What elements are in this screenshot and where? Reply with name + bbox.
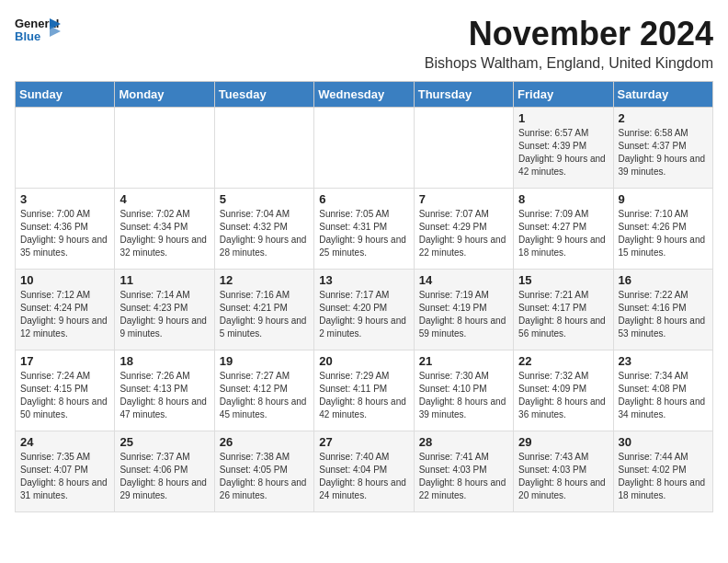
calendar-cell: 5Sunrise: 7:04 AM Sunset: 4:32 PM Daylig… bbox=[214, 189, 313, 270]
day-number: 30 bbox=[619, 435, 708, 449]
calendar-cell: 11Sunrise: 7:14 AM Sunset: 4:23 PM Dayli… bbox=[115, 270, 214, 350]
title-area: November 2024 Bishops Waltham, England, … bbox=[425, 15, 713, 72]
day-info: Sunrise: 7:32 AM Sunset: 4:09 PM Dayligh… bbox=[518, 370, 608, 421]
day-number: 26 bbox=[220, 435, 309, 449]
calendar-week-row: 3Sunrise: 7:00 AM Sunset: 4:36 PM Daylig… bbox=[16, 189, 713, 270]
calendar-cell: 22Sunrise: 7:32 AM Sunset: 4:09 PM Dayli… bbox=[514, 350, 613, 431]
calendar-cell: 10Sunrise: 7:12 AM Sunset: 4:24 PM Dayli… bbox=[16, 270, 115, 350]
day-info: Sunrise: 7:10 AM Sunset: 4:26 PM Dayligh… bbox=[619, 208, 708, 259]
calendar-cell: 7Sunrise: 7:07 AM Sunset: 4:29 PM Daylig… bbox=[414, 189, 513, 270]
day-info: Sunrise: 7:09 AM Sunset: 4:27 PM Dayligh… bbox=[518, 208, 608, 259]
day-info: Sunrise: 7:37 AM Sunset: 4:06 PM Dayligh… bbox=[119, 451, 209, 502]
day-info: Sunrise: 7:14 AM Sunset: 4:23 PM Dayligh… bbox=[119, 289, 209, 340]
calendar-cell: 12Sunrise: 7:16 AM Sunset: 4:21 PM Dayli… bbox=[214, 270, 313, 350]
day-number: 28 bbox=[419, 435, 508, 449]
day-info: Sunrise: 7:41 AM Sunset: 4:03 PM Dayligh… bbox=[419, 451, 508, 502]
day-number: 1 bbox=[518, 111, 608, 125]
day-number: 9 bbox=[619, 192, 708, 206]
day-number: 7 bbox=[419, 192, 508, 206]
calendar-cell: 20Sunrise: 7:29 AM Sunset: 4:11 PM Dayli… bbox=[314, 350, 414, 431]
day-number: 19 bbox=[220, 354, 309, 368]
calendar-cell: 15Sunrise: 7:21 AM Sunset: 4:17 PM Dayli… bbox=[514, 270, 613, 350]
day-number: 6 bbox=[319, 192, 408, 206]
weekday-header: Monday bbox=[115, 82, 214, 108]
calendar-week-row: 17Sunrise: 7:24 AM Sunset: 4:15 PM Dayli… bbox=[16, 350, 713, 431]
day-number: 20 bbox=[319, 354, 408, 368]
day-info: Sunrise: 7:27 AM Sunset: 4:12 PM Dayligh… bbox=[220, 370, 309, 421]
calendar-cell: 13Sunrise: 7:17 AM Sunset: 4:20 PM Dayli… bbox=[314, 270, 414, 350]
weekday-header: Wednesday bbox=[314, 82, 414, 108]
day-number: 10 bbox=[20, 273, 109, 287]
day-info: Sunrise: 7:26 AM Sunset: 4:13 PM Dayligh… bbox=[119, 370, 209, 421]
day-number: 23 bbox=[619, 354, 708, 368]
calendar-cell bbox=[214, 108, 313, 189]
day-number: 3 bbox=[20, 192, 109, 206]
day-number: 13 bbox=[319, 273, 408, 287]
header-row: SundayMondayTuesdayWednesdayThursdayFrid… bbox=[16, 82, 713, 108]
day-info: Sunrise: 7:38 AM Sunset: 4:05 PM Dayligh… bbox=[220, 451, 309, 502]
day-info: Sunrise: 7:44 AM Sunset: 4:02 PM Dayligh… bbox=[619, 451, 708, 502]
day-info: Sunrise: 7:04 AM Sunset: 4:32 PM Dayligh… bbox=[220, 208, 309, 259]
day-info: Sunrise: 7:16 AM Sunset: 4:21 PM Dayligh… bbox=[220, 289, 309, 340]
weekday-header: Thursday bbox=[414, 82, 513, 108]
day-info: Sunrise: 7:34 AM Sunset: 4:08 PM Dayligh… bbox=[619, 370, 708, 421]
calendar-cell: 24Sunrise: 7:35 AM Sunset: 4:07 PM Dayli… bbox=[16, 431, 115, 512]
day-number: 8 bbox=[518, 192, 608, 206]
day-number: 12 bbox=[220, 273, 309, 287]
calendar-cell: 3Sunrise: 7:00 AM Sunset: 4:36 PM Daylig… bbox=[16, 189, 115, 270]
calendar-cell: 14Sunrise: 7:19 AM Sunset: 4:19 PM Dayli… bbox=[414, 270, 513, 350]
day-info: Sunrise: 7:02 AM Sunset: 4:34 PM Dayligh… bbox=[119, 208, 209, 259]
calendar-cell: 17Sunrise: 7:24 AM Sunset: 4:15 PM Dayli… bbox=[16, 350, 115, 431]
calendar-cell: 9Sunrise: 7:10 AM Sunset: 4:26 PM Daylig… bbox=[613, 189, 712, 270]
calendar-cell: 26Sunrise: 7:38 AM Sunset: 4:05 PM Dayli… bbox=[214, 431, 313, 512]
calendar-cell: 2Sunrise: 6:58 AM Sunset: 4:37 PM Daylig… bbox=[613, 108, 712, 189]
day-number: 14 bbox=[419, 273, 508, 287]
day-info: Sunrise: 7:24 AM Sunset: 4:15 PM Dayligh… bbox=[20, 370, 109, 421]
calendar-cell: 27Sunrise: 7:40 AM Sunset: 4:04 PM Dayli… bbox=[314, 431, 414, 512]
calendar-cell: 30Sunrise: 7:44 AM Sunset: 4:02 PM Dayli… bbox=[613, 431, 712, 512]
calendar-cell: 1Sunrise: 6:57 AM Sunset: 4:39 PM Daylig… bbox=[514, 108, 613, 189]
day-info: Sunrise: 7:22 AM Sunset: 4:16 PM Dayligh… bbox=[619, 289, 708, 340]
calendar-cell: 16Sunrise: 7:22 AM Sunset: 4:16 PM Dayli… bbox=[613, 270, 712, 350]
calendar-table: SundayMondayTuesdayWednesdayThursdayFrid… bbox=[15, 81, 713, 512]
calendar-cell bbox=[414, 108, 513, 189]
day-number: 18 bbox=[119, 354, 209, 368]
calendar-cell: 4Sunrise: 7:02 AM Sunset: 4:34 PM Daylig… bbox=[115, 189, 214, 270]
day-info: Sunrise: 7:30 AM Sunset: 4:10 PM Dayligh… bbox=[419, 370, 508, 421]
calendar-cell: 29Sunrise: 7:43 AM Sunset: 4:03 PM Dayli… bbox=[514, 431, 613, 512]
calendar-cell: 23Sunrise: 7:34 AM Sunset: 4:08 PM Dayli… bbox=[613, 350, 712, 431]
calendar-cell bbox=[314, 108, 414, 189]
calendar-cell: 21Sunrise: 7:30 AM Sunset: 4:10 PM Dayli… bbox=[414, 350, 513, 431]
day-info: Sunrise: 7:19 AM Sunset: 4:19 PM Dayligh… bbox=[419, 289, 508, 340]
day-info: Sunrise: 7:05 AM Sunset: 4:31 PM Dayligh… bbox=[319, 208, 408, 259]
day-info: Sunrise: 7:29 AM Sunset: 4:11 PM Dayligh… bbox=[319, 370, 408, 421]
day-number: 25 bbox=[119, 435, 209, 449]
day-number: 22 bbox=[518, 354, 608, 368]
svg-text:Blue: Blue bbox=[15, 29, 40, 43]
day-info: Sunrise: 7:17 AM Sunset: 4:20 PM Dayligh… bbox=[319, 289, 408, 340]
day-number: 24 bbox=[20, 435, 109, 449]
day-number: 11 bbox=[119, 273, 209, 287]
day-number: 5 bbox=[220, 192, 309, 206]
day-info: Sunrise: 7:43 AM Sunset: 4:03 PM Dayligh… bbox=[518, 451, 608, 502]
calendar-cell bbox=[115, 108, 214, 189]
calendar-cell: 25Sunrise: 7:37 AM Sunset: 4:06 PM Dayli… bbox=[115, 431, 214, 512]
calendar-week-row: 1Sunrise: 6:57 AM Sunset: 4:39 PM Daylig… bbox=[16, 108, 713, 189]
day-number: 21 bbox=[419, 354, 508, 368]
month-title: November 2024 bbox=[425, 15, 713, 53]
logo-icon: General Blue bbox=[15, 15, 61, 48]
day-info: Sunrise: 7:40 AM Sunset: 4:04 PM Dayligh… bbox=[319, 451, 408, 502]
day-number: 15 bbox=[518, 273, 608, 287]
day-number: 2 bbox=[619, 111, 708, 125]
day-info: Sunrise: 7:00 AM Sunset: 4:36 PM Dayligh… bbox=[20, 208, 109, 259]
day-info: Sunrise: 7:35 AM Sunset: 4:07 PM Dayligh… bbox=[20, 451, 109, 502]
day-info: Sunrise: 6:57 AM Sunset: 4:39 PM Dayligh… bbox=[518, 127, 608, 178]
location-title: Bishops Waltham, England, United Kingdom bbox=[425, 55, 713, 72]
header: General Blue November 2024 Bishops Walth… bbox=[15, 15, 713, 72]
day-number: 16 bbox=[619, 273, 708, 287]
day-info: Sunrise: 7:07 AM Sunset: 4:29 PM Dayligh… bbox=[419, 208, 508, 259]
day-info: Sunrise: 7:12 AM Sunset: 4:24 PM Dayligh… bbox=[20, 289, 109, 340]
calendar-cell: 6Sunrise: 7:05 AM Sunset: 4:31 PM Daylig… bbox=[314, 189, 414, 270]
calendar-cell: 28Sunrise: 7:41 AM Sunset: 4:03 PM Dayli… bbox=[414, 431, 513, 512]
weekday-header: Friday bbox=[514, 82, 613, 108]
